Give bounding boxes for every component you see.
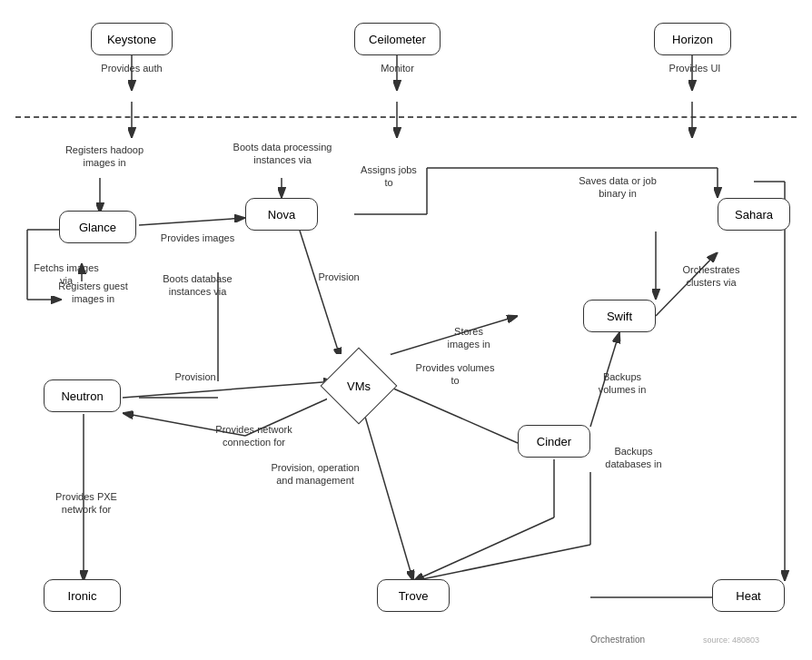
registers-guest-label: Registers guestimages in: [50, 280, 136, 306]
trove-node: Trove: [377, 579, 450, 612]
keystone-node: Keystone: [91, 23, 173, 55]
svg-line-21: [123, 381, 334, 398]
arrows-svg: [0, 0, 812, 660]
glance-node: Glance: [59, 211, 136, 243]
provides-images-label: Provides images: [154, 231, 241, 244]
heat-node: Heat: [712, 579, 785, 612]
boots-data-label: Boots data processinginstances via: [223, 141, 342, 167]
ceilometer-node: Ceilometer: [354, 23, 441, 55]
svg-line-38: [413, 517, 554, 581]
provides-pxe-label: Provides PXEnetwork for: [45, 490, 127, 517]
registers-hadoop-label: Registers hadoopimages in: [54, 143, 154, 170]
horizon-node: Horizon: [654, 23, 731, 55]
svg-line-9: [300, 231, 341, 359]
ironic-node: Ironic: [44, 579, 121, 612]
assigns-jobs-label: Assigns jobsto: [352, 163, 425, 190]
svg-line-17: [139, 218, 245, 225]
provision2-label: Provision: [159, 370, 232, 383]
provides-volumes-label: Provides volumes to: [414, 361, 496, 388]
orchestration-label: Orchestration: [572, 634, 663, 645]
provision-op-label: Provision, operationand management: [256, 461, 374, 488]
separator-line: [15, 116, 797, 118]
cinder-node: Cinder: [518, 425, 590, 458]
svg-line-31: [359, 395, 413, 581]
boots-database-label: Boots databaseinstances via: [145, 272, 250, 299]
backups-databases-label: Backupsdatabases in: [595, 445, 672, 471]
saves-data-label: Saves data or jobbinary in: [568, 174, 668, 201]
provides-network-label: Provides networkconnection for: [202, 423, 306, 449]
backups-volumes-label: Backupsvolumes in: [586, 370, 659, 397]
vms-node: VMs: [327, 354, 391, 418]
nova-node: Nova: [245, 198, 318, 231]
sahara-node: Sahara: [718, 198, 790, 231]
svg-line-30: [413, 545, 590, 581]
orchestrates-label: Orchestratesclusters via: [670, 263, 752, 290]
horizon-label: Provides UI: [659, 62, 731, 74]
swift-node: Swift: [583, 300, 656, 332]
watermark: source: 480803: [663, 635, 799, 646]
svg-line-27: [377, 381, 518, 443]
stores-images-label: Storesimages in: [432, 325, 505, 351]
provision1-label: Provision: [307, 271, 371, 283]
neutron-node: Neutron: [44, 379, 121, 412]
architecture-diagram: Keystone Provides auth Ceilometer Monito…: [0, 0, 812, 660]
ceilometer-label: Monitor: [368, 62, 427, 74]
keystone-label: Provides auth: [95, 62, 168, 74]
